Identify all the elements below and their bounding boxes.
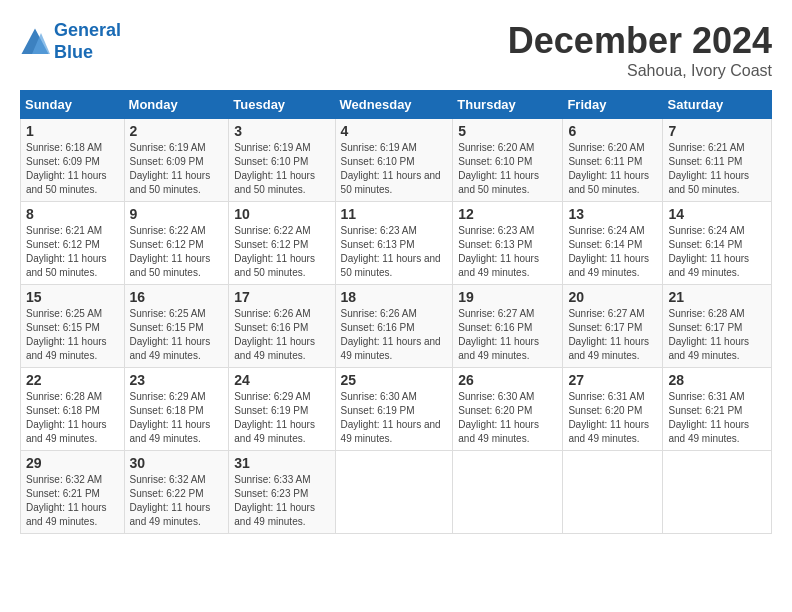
day-number: 16 [130,289,224,305]
day-number: 27 [568,372,657,388]
day-info: Sunrise: 6:28 AM Sunset: 6:17 PM Dayligh… [668,307,766,363]
day-info: Sunrise: 6:25 AM Sunset: 6:15 PM Dayligh… [26,307,119,363]
day-number: 25 [341,372,448,388]
calendar-cell: 1 Sunrise: 6:18 AM Sunset: 6:09 PM Dayli… [21,119,125,202]
day-number: 2 [130,123,224,139]
day-info: Sunrise: 6:29 AM Sunset: 6:19 PM Dayligh… [234,390,329,446]
column-header-saturday: Saturday [663,91,772,119]
calendar-cell: 17 Sunrise: 6:26 AM Sunset: 6:16 PM Dayl… [229,285,335,368]
calendar-cell: 30 Sunrise: 6:32 AM Sunset: 6:22 PM Dayl… [124,451,229,534]
day-number: 12 [458,206,557,222]
calendar-header-row: SundayMondayTuesdayWednesdayThursdayFrid… [21,91,772,119]
calendar-cell [563,451,663,534]
day-number: 22 [26,372,119,388]
calendar-cell: 24 Sunrise: 6:29 AM Sunset: 6:19 PM Dayl… [229,368,335,451]
day-info: Sunrise: 6:30 AM Sunset: 6:20 PM Dayligh… [458,390,557,446]
day-info: Sunrise: 6:26 AM Sunset: 6:16 PM Dayligh… [341,307,448,363]
day-number: 20 [568,289,657,305]
day-number: 1 [26,123,119,139]
column-header-wednesday: Wednesday [335,91,453,119]
day-number: 23 [130,372,224,388]
day-info: Sunrise: 6:30 AM Sunset: 6:19 PM Dayligh… [341,390,448,446]
day-info: Sunrise: 6:31 AM Sunset: 6:21 PM Dayligh… [668,390,766,446]
day-number: 26 [458,372,557,388]
calendar-cell: 11 Sunrise: 6:23 AM Sunset: 6:13 PM Dayl… [335,202,453,285]
day-number: 21 [668,289,766,305]
calendar-week-3: 15 Sunrise: 6:25 AM Sunset: 6:15 PM Dayl… [21,285,772,368]
day-info: Sunrise: 6:19 AM Sunset: 6:10 PM Dayligh… [341,141,448,197]
day-info: Sunrise: 6:25 AM Sunset: 6:15 PM Dayligh… [130,307,224,363]
calendar-week-5: 29 Sunrise: 6:32 AM Sunset: 6:21 PM Dayl… [21,451,772,534]
day-number: 31 [234,455,329,471]
day-info: Sunrise: 6:24 AM Sunset: 6:14 PM Dayligh… [568,224,657,280]
day-info: Sunrise: 6:21 AM Sunset: 6:12 PM Dayligh… [26,224,119,280]
calendar-cell: 10 Sunrise: 6:22 AM Sunset: 6:12 PM Dayl… [229,202,335,285]
day-info: Sunrise: 6:20 AM Sunset: 6:10 PM Dayligh… [458,141,557,197]
title-block: December 2024 Sahoua, Ivory Coast [508,20,772,80]
day-number: 24 [234,372,329,388]
calendar-cell: 23 Sunrise: 6:29 AM Sunset: 6:18 PM Dayl… [124,368,229,451]
calendar-cell: 22 Sunrise: 6:28 AM Sunset: 6:18 PM Dayl… [21,368,125,451]
calendar-cell: 9 Sunrise: 6:22 AM Sunset: 6:12 PM Dayli… [124,202,229,285]
day-info: Sunrise: 6:23 AM Sunset: 6:13 PM Dayligh… [458,224,557,280]
logo-line2: Blue [54,42,93,62]
calendar-cell: 16 Sunrise: 6:25 AM Sunset: 6:15 PM Dayl… [124,285,229,368]
day-number: 3 [234,123,329,139]
calendar-cell: 7 Sunrise: 6:21 AM Sunset: 6:11 PM Dayli… [663,119,772,202]
day-number: 9 [130,206,224,222]
day-info: Sunrise: 6:19 AM Sunset: 6:09 PM Dayligh… [130,141,224,197]
day-info: Sunrise: 6:26 AM Sunset: 6:16 PM Dayligh… [234,307,329,363]
calendar-cell: 19 Sunrise: 6:27 AM Sunset: 6:16 PM Dayl… [453,285,563,368]
month-title: December 2024 [508,20,772,62]
calendar-cell: 25 Sunrise: 6:30 AM Sunset: 6:19 PM Dayl… [335,368,453,451]
day-info: Sunrise: 6:20 AM Sunset: 6:11 PM Dayligh… [568,141,657,197]
calendar-cell: 28 Sunrise: 6:31 AM Sunset: 6:21 PM Dayl… [663,368,772,451]
day-info: Sunrise: 6:32 AM Sunset: 6:21 PM Dayligh… [26,473,119,529]
day-info: Sunrise: 6:22 AM Sunset: 6:12 PM Dayligh… [130,224,224,280]
calendar-cell: 21 Sunrise: 6:28 AM Sunset: 6:17 PM Dayl… [663,285,772,368]
day-info: Sunrise: 6:29 AM Sunset: 6:18 PM Dayligh… [130,390,224,446]
day-info: Sunrise: 6:18 AM Sunset: 6:09 PM Dayligh… [26,141,119,197]
column-header-thursday: Thursday [453,91,563,119]
logo-text: General Blue [54,20,121,63]
day-info: Sunrise: 6:33 AM Sunset: 6:23 PM Dayligh… [234,473,329,529]
calendar-cell: 8 Sunrise: 6:21 AM Sunset: 6:12 PM Dayli… [21,202,125,285]
day-info: Sunrise: 6:21 AM Sunset: 6:11 PM Dayligh… [668,141,766,197]
column-header-monday: Monday [124,91,229,119]
calendar-cell: 13 Sunrise: 6:24 AM Sunset: 6:14 PM Dayl… [563,202,663,285]
day-number: 29 [26,455,119,471]
calendar-week-1: 1 Sunrise: 6:18 AM Sunset: 6:09 PM Dayli… [21,119,772,202]
day-number: 18 [341,289,448,305]
day-number: 8 [26,206,119,222]
day-number: 7 [668,123,766,139]
day-info: Sunrise: 6:24 AM Sunset: 6:14 PM Dayligh… [668,224,766,280]
calendar-cell: 15 Sunrise: 6:25 AM Sunset: 6:15 PM Dayl… [21,285,125,368]
day-number: 19 [458,289,557,305]
calendar-cell [663,451,772,534]
logo-icon [20,27,50,57]
calendar-cell: 29 Sunrise: 6:32 AM Sunset: 6:21 PM Dayl… [21,451,125,534]
day-number: 28 [668,372,766,388]
column-header-tuesday: Tuesday [229,91,335,119]
day-number: 6 [568,123,657,139]
location: Sahoua, Ivory Coast [508,62,772,80]
calendar-table: SundayMondayTuesdayWednesdayThursdayFrid… [20,90,772,534]
day-info: Sunrise: 6:31 AM Sunset: 6:20 PM Dayligh… [568,390,657,446]
calendar-cell [453,451,563,534]
day-info: Sunrise: 6:22 AM Sunset: 6:12 PM Dayligh… [234,224,329,280]
calendar-cell: 12 Sunrise: 6:23 AM Sunset: 6:13 PM Dayl… [453,202,563,285]
calendar-week-4: 22 Sunrise: 6:28 AM Sunset: 6:18 PM Dayl… [21,368,772,451]
calendar-cell: 31 Sunrise: 6:33 AM Sunset: 6:23 PM Dayl… [229,451,335,534]
day-info: Sunrise: 6:19 AM Sunset: 6:10 PM Dayligh… [234,141,329,197]
column-header-friday: Friday [563,91,663,119]
day-number: 11 [341,206,448,222]
column-header-sunday: Sunday [21,91,125,119]
calendar-cell: 5 Sunrise: 6:20 AM Sunset: 6:10 PM Dayli… [453,119,563,202]
calendar-cell: 14 Sunrise: 6:24 AM Sunset: 6:14 PM Dayl… [663,202,772,285]
calendar-cell: 18 Sunrise: 6:26 AM Sunset: 6:16 PM Dayl… [335,285,453,368]
day-number: 17 [234,289,329,305]
calendar-week-2: 8 Sunrise: 6:21 AM Sunset: 6:12 PM Dayli… [21,202,772,285]
logo: General Blue [20,20,121,63]
day-number: 5 [458,123,557,139]
page-header: General Blue December 2024 Sahoua, Ivory… [20,20,772,80]
